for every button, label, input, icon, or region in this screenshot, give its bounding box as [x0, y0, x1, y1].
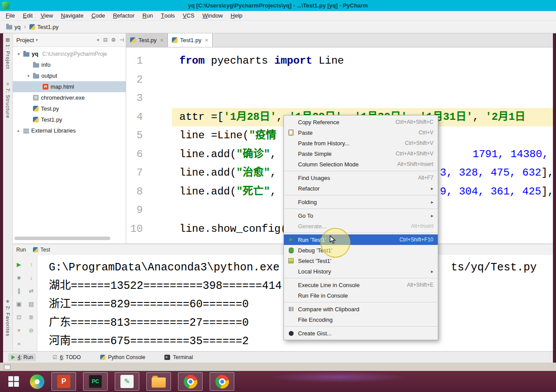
context-menu-item-folding[interactable]: Folding▸ [284, 197, 438, 207]
close-icon[interactable]: × [160, 37, 164, 43]
tree-item-external-libraries[interactable]: ▸External Libraries [13, 125, 126, 136]
breadcrumb-item-test1-py[interactable]: Test1.py [29, 24, 58, 30]
paste-icon [287, 129, 295, 136]
project-panel-title: Project [16, 37, 34, 43]
more-icon[interactable]: » [17, 341, 20, 346]
browser-icon[interactable] [30, 374, 44, 389]
folder-app-icon[interactable] [146, 372, 171, 391]
context-menu-item-compare-with-clipboard[interactable]: Compare with Clipboard [284, 304, 438, 314]
run-tool-window: Run Test ▶↑■↓∥⇄▣▤⊡≣×⊘» G:\ProgramData\An… [13, 244, 553, 351]
locate-icon[interactable]: ⌖ [97, 37, 100, 43]
context-menu-item-column-selection-mode[interactable]: Column Selection ModeAlt+Shift+Insert [284, 159, 438, 169]
context-menu-item-generate[interactable]: Generate...Alt+Insert [284, 221, 438, 231]
menubar-item-refactor[interactable]: Refactor [109, 11, 138, 20]
soft-wrap-icon[interactable]: ▤ [29, 301, 34, 307]
shortcut-label: Alt+F7 [418, 175, 433, 181]
close-icon[interactable]: × [205, 37, 208, 43]
tool-button-terminal[interactable]: Terminal [161, 353, 196, 361]
context-menu-item-refactor[interactable]: Refactor▸ [284, 183, 438, 194]
collapse-all-icon[interactable]: ⊟ [103, 37, 108, 43]
close-icon[interactable]: × [17, 327, 21, 333]
chrome-icon-2[interactable] [210, 372, 234, 391]
project-folder-icon [23, 52, 29, 57]
run-icon [287, 237, 295, 242]
scroll-down-icon[interactable]: ↓ [30, 275, 33, 281]
stripe-7-structure[interactable]: ≡7: Structure [5, 81, 11, 119]
stop-icon[interactable]: ■ [17, 275, 21, 281]
tree-expand-icon[interactable]: ▸ [16, 129, 21, 133]
context-menu-item-paste[interactable]: PasteCtrl+V [284, 127, 438, 138]
context-menu-item-execute-line-in-console[interactable]: Execute Line in ConsoleAlt+Shift+E [284, 280, 438, 290]
context-menu-item-run-file-in-console[interactable]: Run File in Console [284, 290, 438, 301]
chevron-down-icon[interactable]: ▾ [36, 38, 38, 42]
menubar-item-run[interactable]: Run [138, 11, 157, 20]
folder-icon [33, 63, 39, 68]
scroll-up-icon[interactable]: ↑ [30, 262, 33, 267]
menubar-item-vcs[interactable]: VCS [179, 11, 199, 20]
tree-item-info[interactable]: info [13, 59, 126, 70]
folder-icon [33, 74, 39, 79]
run-config-tab[interactable]: Test [33, 247, 50, 253]
context-menu-item-copy-reference[interactable]: Copy ReferenceCtrl+Alt+Shift+C [284, 117, 438, 127]
breadcrumb-item-yq[interactable]: yq [6, 24, 21, 30]
menubar-item-help[interactable]: Help [227, 11, 247, 20]
menubar-item-window[interactable]: Window [199, 11, 227, 20]
tree-item-test-py[interactable]: Test.py [13, 103, 126, 114]
menu-separator [284, 209, 437, 209]
context-menu-item-file-encoding[interactable]: File Encoding [284, 314, 438, 325]
print-icon[interactable]: ≣ [29, 314, 34, 320]
mouse-cursor [330, 235, 338, 244]
menubar-item-tools[interactable]: Tools [157, 11, 179, 20]
tree-expand-icon[interactable]: ▾ [26, 74, 31, 78]
code-line-2: 2 [126, 71, 553, 89]
hide-panel-icon[interactable]: ⊣ [120, 37, 124, 43]
context-menu-item-debug-test1[interactable]: Debug 'Test1' [284, 245, 438, 255]
clear-icon[interactable]: ⊘ [29, 327, 34, 333]
context-menu-item-create-gist[interactable]: Create Gist... [284, 328, 438, 338]
tab-test1-py[interactable]: Test1.py× [168, 33, 213, 47]
context-menu-item-select-test1[interactable]: Select 'Test1' [284, 255, 438, 266]
pycharm-icon[interactable]: PC [83, 372, 108, 391]
menubar-item-navigate[interactable]: Navigate [57, 11, 87, 20]
tool-button-python-console[interactable]: Python Console [97, 353, 149, 361]
html-icon [43, 84, 48, 90]
notes-app-icon[interactable] [115, 372, 139, 391]
context-menu-item-local-history[interactable]: Local History▸ [284, 266, 438, 277]
stripe-1-project[interactable]: ▦1: Project [5, 37, 11, 69]
context-menu-item-paste-simple[interactable]: Paste SimpleCtrl+Alt+Shift+V [284, 148, 438, 159]
context-menu-item-find-usages[interactable]: Find UsagesAlt+F7 [284, 173, 438, 183]
shortcut-label: Ctrl+Alt+Shift+C [396, 119, 433, 125]
horizontal-scrollbar[interactable] [15, 237, 110, 240]
tree-item-output[interactable]: ▾output [13, 70, 126, 81]
show-console-icon[interactable]: ▣ [16, 301, 22, 307]
context-menu-item-go-to[interactable]: Go To▸ [284, 210, 438, 221]
console-line: 广东======813=========27======0 [49, 314, 249, 332]
restore-layout-icon[interactable]: ⊡ [17, 314, 22, 320]
sort-icon[interactable]: ⇄ [29, 288, 34, 294]
tree-item-chromedriver-exe[interactable]: chromedriver.exe [13, 92, 126, 103]
tool-button-6-todo[interactable]: 6: TODO [49, 353, 84, 361]
tree-expand-icon[interactable]: ▾ [16, 52, 21, 56]
menu-separator [284, 233, 437, 233]
chrome-icon[interactable] [178, 372, 203, 391]
menu-separator [284, 326, 437, 327]
rerun-icon[interactable]: ▶ [17, 262, 21, 267]
menubar-item-edit[interactable]: Edit [19, 11, 36, 20]
menubar-item-view[interactable]: View [36, 11, 57, 20]
tool-button-4-run[interactable]: 4: Run [8, 353, 36, 361]
tree-item-yq[interactable]: ▾yqC:\Users\cyg\PycharmProje [13, 48, 126, 59]
shortcut-label: Alt+Shift+E [407, 282, 433, 288]
menubar-item-code[interactable]: Code [87, 11, 109, 20]
tree-item-map-html[interactable]: map.html [13, 81, 126, 92]
pause-output-icon[interactable]: ∥ [18, 288, 21, 294]
context-menu-item-run-test1[interactable]: Run 'Test1'Ctrl+Shift+F10 [284, 234, 438, 245]
settings-gear-icon[interactable]: ⚙ [111, 37, 116, 43]
pencil-icon [120, 375, 134, 388]
tab-test-py[interactable]: Test.py× [126, 33, 168, 47]
stripe-2-favorites[interactable]: ★2: Favorites [5, 298, 11, 336]
start-button[interactable] [4, 372, 23, 391]
menubar-item-file[interactable]: File [2, 11, 19, 20]
powerpoint-icon[interactable]: P [51, 372, 76, 391]
tree-item-test1-py[interactable]: Test1.py [13, 114, 126, 125]
context-menu-item-paste-from-history[interactable]: Paste from History...Ctrl+Shift+V [284, 138, 438, 148]
